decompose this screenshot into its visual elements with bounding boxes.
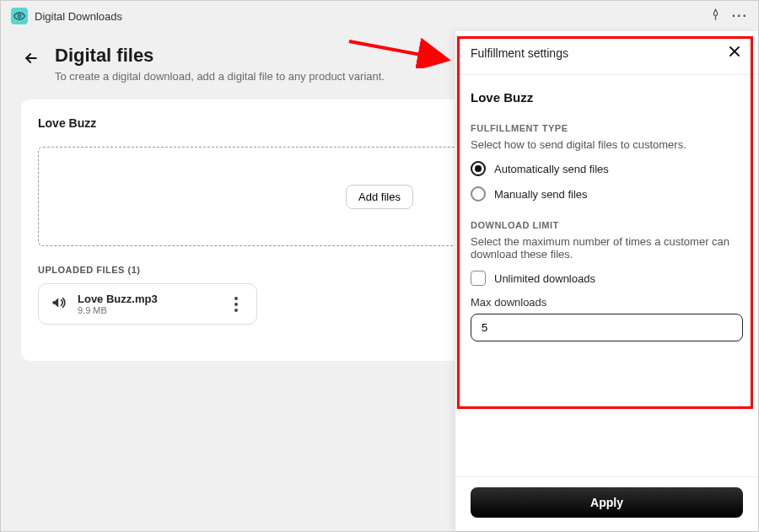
max-downloads-label: Max downloads [471,296,743,309]
uploaded-file-row[interactable]: Love Buzz.mp3 9.9 MB [38,283,257,325]
close-button[interactable] [726,43,743,62]
add-files-button[interactable]: Add files [346,185,413,209]
page-title: Digital files [55,45,385,67]
download-limit-description: Select the maximum number of times a cus… [471,235,743,261]
panel-product-title: Love Buzz [471,90,743,105]
checkbox-unlimited[interactable]: Unlimited downloads [471,271,743,286]
pin-icon[interactable] [709,8,722,24]
panel-title: Fulfillment settings [471,46,568,60]
app-top-bar: Digital Downloads ··· [1,1,758,31]
download-limit-label: DOWNLOAD LIMIT [471,220,743,230]
radio-auto-send-label: Automatically send files [494,163,609,175]
app-title: Digital Downloads [35,10,122,23]
apply-button[interactable]: Apply [471,487,743,518]
overflow-icon[interactable]: ··· [732,8,748,24]
radio-manual-send-label: Manually send files [494,188,588,201]
page-subtitle: To create a digital download, add a digi… [55,70,385,83]
file-more-button[interactable] [228,297,245,312]
fulfillment-panel: Fulfillment settings Love Buzz FULFILLME… [455,31,758,531]
radio-manual-send[interactable]: Manually send files [471,186,743,202]
svg-point-0 [18,14,21,18]
file-name: Love Buzz.mp3 [78,293,158,305]
max-downloads-input[interactable] [471,314,743,341]
checkbox-unlimited-label: Unlimited downloads [494,272,595,285]
audio-icon [51,294,67,314]
fulfillment-type-description: Select how to send digital files to cust… [471,138,743,151]
fulfillment-type-label: FULFILLMENT TYPE [471,123,743,133]
file-size: 9.9 MB [78,305,158,315]
app-icon [11,8,28,24]
radio-auto-send[interactable]: Automatically send files [471,161,743,176]
back-button[interactable] [21,48,41,68]
